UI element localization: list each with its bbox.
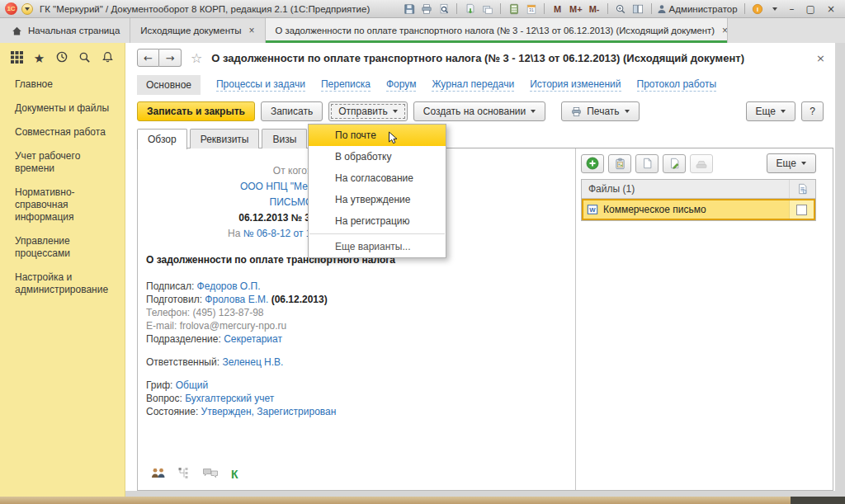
sections-menu-button[interactable] [11,51,23,66]
user-menu-button[interactable]: Администратор [657,2,739,16]
zoom-icon [615,3,626,15]
menu-item-by-mail[interactable]: По почте [309,125,446,146]
copies-indicator[interactable]: К [231,468,238,481]
reply-label: На [228,228,240,239]
save-to-file-button[interactable] [462,2,478,16]
tab-requisites[interactable]: Реквизиты [190,129,260,148]
menu-item-more-options[interactable]: Еще варианты... [309,236,446,257]
print-menu-button[interactable]: Печать [561,101,639,121]
question-link[interactable]: Бухгалтерский учет [185,393,274,404]
save-icon [404,3,415,15]
file-checkbox[interactable] [796,205,807,215]
sidebar-item-settings-admin[interactable]: Настройка и администрирование [0,266,125,302]
correspondents-button[interactable] [151,468,166,481]
close-form-button[interactable]: × [811,52,825,64]
save-button[interactable] [401,2,417,16]
calculator-icon [508,3,520,15]
caret-down-icon [531,110,536,113]
save-and-close-button[interactable]: Записать и закрыть [137,101,255,121]
send-button[interactable]: Отправить [328,101,408,121]
file-row[interactable]: W Коммерческое письмо [582,199,815,220]
nav-link-forum[interactable]: Форум [386,78,416,92]
star-icon: ★ [34,51,45,66]
minimize-button[interactable]: – [785,3,800,15]
print-preview-button[interactable] [436,2,451,16]
nav-link-work-log[interactable]: Протокол работы [637,78,717,92]
calculator-button[interactable] [506,2,522,16]
nav-link-change-history[interactable]: История изменений [530,78,621,92]
memory-button[interactable]: M [550,2,565,16]
grif-link[interactable]: Общий [176,379,209,391]
help-button[interactable]: ? [801,101,824,121]
memory-plus-button[interactable]: M+ [567,2,585,16]
scan-button[interactable] [690,154,713,173]
menu-item-for-approval[interactable]: На согласование [309,167,446,189]
back-button[interactable]: ← [137,49,159,67]
info-button[interactable]: i [750,2,766,16]
question-line: Вопрос: Бухгалтерский учет [146,392,575,405]
tab-visas[interactable]: Визы [262,129,307,148]
nav-link-transfer-journal[interactable]: Журнал передачи [432,78,514,92]
files-more-button[interactable]: Еще [767,153,816,173]
edit-file-button[interactable] [663,154,686,173]
main-menu-button[interactable] [21,3,33,15]
print-button[interactable] [418,2,434,16]
taskbar-strip [0,497,845,504]
menu-item-to-processing[interactable]: В обработку [309,146,446,167]
memory-minus-button[interactable]: M- [587,2,602,16]
forward-button[interactable]: → [159,49,182,67]
save-document-button[interactable]: Записать [261,101,323,121]
paste-file-button[interactable] [608,154,631,173]
sidebar-item-time-tracking[interactable]: Учет рабочего времени [0,144,125,181]
tab-label: О задолженности по оплате транспортного … [276,26,715,35]
structure-button[interactable] [178,467,190,482]
document-kind-link[interactable]: ПИСЬМО [270,196,314,208]
menu-item-for-confirmation[interactable]: На утверждение [309,189,446,210]
notifications-button[interactable] [101,51,114,66]
create-based-on-button[interactable]: Создать на основании [413,101,546,121]
sidebar-item-reference-info[interactable]: Нормативно-справочная информация [0,181,125,229]
tab-overview[interactable]: Обзор [137,129,187,149]
favorite-star-icon[interactable]: ☆ [191,50,202,66]
responsible-link[interactable]: Зеленец Н.В. [222,356,283,368]
files-table-header[interactable]: Файлы (1) [582,180,815,199]
prepared-by-link[interactable]: Фролова Е.М. [205,294,268,305]
tab-home[interactable]: Начальная страница [2,18,130,43]
add-file-button[interactable] [581,154,604,173]
new-file-button[interactable] [635,154,659,173]
sidebar-item-process-management[interactable]: Управление процессами [0,229,125,266]
tab-close-icon[interactable]: × [249,25,255,36]
search-button[interactable] [78,51,91,66]
close-window-button[interactable]: × [822,3,840,15]
window-right-frame [835,43,845,497]
split-window-button[interactable] [630,2,646,16]
sidebar-item-main[interactable]: Главное [0,73,125,97]
help-menu-button[interactable] [767,2,783,16]
menu-item-for-registration[interactable]: На регистрацию [309,210,446,232]
tab-outgoing-document-letter[interactable]: О задолженности по оплате транспортного … [266,18,728,43]
tab-close-icon[interactable]: × [722,25,728,36]
info-icon: i [752,3,763,15]
sidebar-item-documents-files[interactable]: Документы и файлы [0,97,125,120]
state-link[interactable]: Утвержден, Зарегистрирован [201,406,337,417]
calendar-button[interactable]: 31 [523,2,539,16]
search-icon [78,51,91,64]
history-button[interactable] [55,50,68,66]
department-link[interactable]: Секретариат [224,333,282,345]
taskbar-strip-right [791,497,845,504]
nav-link-main[interactable]: Основное [137,75,201,95]
discussions-button[interactable] [202,468,219,482]
phone-label: Телефон: [146,307,190,318]
more-actions-button[interactable]: Еще [746,101,795,121]
nav-link-processes-tasks[interactable]: Процессы и задачи [216,78,305,92]
maximize-button[interactable]: ▢ [801,3,820,15]
send-file-button[interactable] [479,2,495,16]
more-actions-label: Еще [756,106,776,117]
favorites-button[interactable]: ★ [34,53,45,64]
send-button-label: Отправить [338,106,388,117]
signed-by-link[interactable]: Федоров О.П. [197,280,261,292]
nav-link-correspondence[interactable]: Переписка [321,78,371,92]
sidebar-item-collaboration[interactable]: Совместная работа [0,120,125,144]
zoom-button[interactable] [613,2,629,16]
tab-outgoing-documents[interactable]: Исходящие документы × [130,18,265,43]
